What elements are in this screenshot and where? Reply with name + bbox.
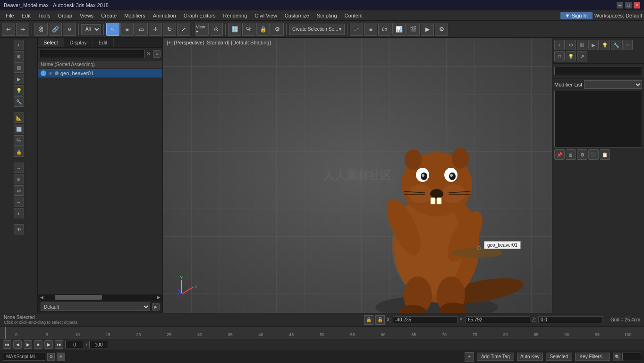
modify-panel-button[interactable]: ⚙ [14,51,24,61]
rotate-button[interactable]: ↻ [163,23,176,36]
menu-civil-view[interactable]: Civil View [251,12,280,19]
menu-content[interactable]: Content [341,12,367,19]
unlink-button[interactable]: 🔗 [49,23,62,36]
right-search-input[interactable] [554,67,642,75]
maximize-button[interactable]: □ [625,2,632,9]
utilities-panel-button[interactable]: 🔧 [14,96,24,107]
snap-options-button[interactable]: ⚙ [271,23,284,36]
scale-button[interactable]: ⤢ [177,23,190,36]
bind-space-warp-button[interactable]: ⚙ [63,23,76,36]
angle-snap-toggle[interactable]: 🔢 [14,124,24,134]
next-frame-button[interactable]: ▶ [44,340,53,349]
search-clear-button[interactable]: ✕ [146,51,151,57]
rp-sphere-button[interactable]: ○ [622,40,633,50]
scene-tab-display[interactable]: Display [64,38,93,47]
redo-button[interactable]: ↪ [16,23,29,36]
create-panel-button[interactable]: + [14,40,24,50]
go-to-end-button[interactable]: ⏭ [55,340,63,349]
stop-button[interactable]: ■ [34,340,42,349]
maxscript-label[interactable]: MAXScript Mi... [3,353,45,361]
menu-create[interactable]: Create [97,12,120,19]
select-link-button[interactable]: → [14,163,24,173]
viewport[interactable]: [+] [Perspective] [Standard] [Default Sh… [163,38,552,313]
scene-layer-dropdown[interactable]: Default [41,302,150,311]
hierarchy-panel-button[interactable]: ⛓ [14,62,24,73]
angle-snap-button[interactable]: 🔢 [228,23,241,36]
y-coord-field[interactable] [466,316,530,323]
copy-stack-button[interactable]: 📋 [600,149,610,160]
percent-snap-button[interactable]: % [242,23,255,36]
rp-light-button[interactable]: 💡 [566,51,576,61]
delete-modifier-button[interactable]: 🗑 [566,149,576,160]
scene-tab-select[interactable]: Select [38,38,64,47]
menu-tools[interactable]: Tools [34,12,54,19]
reference-coord-dropdown[interactable]: View ▾ [195,23,209,36]
align-button[interactable]: ≡ [364,23,377,36]
create-selection-button[interactable]: Create Selection Se... ▾ [289,24,345,35]
prev-frame-button[interactable]: ◀ [13,340,22,349]
render-button[interactable]: ▶ [421,23,434,36]
rp-create-button[interactable]: + [554,40,565,50]
undo-button[interactable]: ↩ [2,23,15,36]
playback-controls-button[interactable]: ⚙ [47,353,55,361]
menu-scripting[interactable]: Scripting [313,12,341,19]
scale-snap-toggle[interactable]: % [14,135,24,146]
rectangular-selection-button[interactable]: ▭ [135,23,148,36]
modifier-list-dropdown[interactable] [584,80,642,89]
rp-utilities-button[interactable]: 🔧 [611,40,621,50]
scene-search-input[interactable] [40,50,144,58]
menu-views[interactable]: Views [76,12,97,19]
scene-scrollbar[interactable]: ◀ ▶ [38,294,162,300]
zoom-in-button[interactable]: 🔍 [613,353,621,361]
mirror-sel-button[interactable]: ⇌ [14,185,24,196]
play-button[interactable]: ▶ [24,340,32,349]
z-coord-field[interactable] [538,316,603,323]
make-unique-button[interactable]: ⬛ [588,149,599,160]
rp-arrow-button[interactable]: ↗ [577,51,587,61]
select-object-button[interactable]: ↖ [106,23,119,36]
spinner-snap-button[interactable]: 🔒 [256,23,270,36]
minimize-button[interactable]: ─ [617,2,623,9]
snap-toggle-button[interactable]: 📐 [14,112,24,123]
coord-unlock-button[interactable]: 🔓 [375,315,385,325]
select-by-name-button[interactable]: ≡ [120,23,134,36]
coord-lock-button[interactable]: 🔒 [364,315,373,325]
toggle-eye-button[interactable]: 👁 [14,224,24,234]
scroll-left-button[interactable]: ◀ [38,295,45,300]
viewport-canvas[interactable]: 人人素材社区 [163,38,552,313]
mirror-button[interactable]: ⇌ [350,23,363,36]
link-button[interactable]: ⛓ [34,23,48,36]
rp-modify-button[interactable]: ⚙ [566,40,576,50]
time-config-button[interactable]: + [57,353,65,361]
timeline-track[interactable]: 0 5 10 15 20 25 30 35 40 45 50 55 60 65 … [0,327,644,339]
pin-stack-button[interactable]: 📌 [554,149,565,160]
move-button[interactable]: ✛ [149,23,162,36]
timeline-playhead[interactable] [5,327,6,339]
rp-hierarchy-button[interactable]: ⛓ [577,40,587,50]
rp-motion-button[interactable]: ▶ [588,40,599,50]
graph-editors-button[interactable]: 📊 [392,23,406,36]
settings-button[interactable]: ⚙ [435,23,448,36]
scene-sort-header[interactable]: Name (Sorted Ascending) [38,60,162,69]
key-filters-button[interactable]: Key Filters... [575,353,610,361]
add-time-icon[interactable]: + [465,352,474,362]
menu-customize[interactable]: Customize [281,12,313,19]
auto-key-button[interactable]: Auto Key [517,353,543,361]
current-frame-input[interactable] [65,341,84,348]
add-time-tag-button[interactable]: Add Time Tag [477,353,514,361]
menu-rendering[interactable]: Rendering [220,12,251,19]
spinner-snap-toggle[interactable]: 🔒 [14,147,24,157]
scene-tab-edit[interactable]: Edit [93,38,114,47]
scene-options-button[interactable]: ⚙ [153,50,161,58]
scene-footer-arrow[interactable]: ▶ [152,303,160,311]
menu-modifiers[interactable]: Modifiers [120,12,149,19]
x-coord-field[interactable] [393,316,458,323]
use-pivot-center[interactable]: ⊙ [210,23,223,36]
close-button[interactable]: ✕ [634,2,640,9]
zoom-input[interactable] [622,353,641,361]
go-to-start-button[interactable]: ⏮ [3,340,11,349]
align-sel-button[interactable]: ≡ [14,174,24,184]
scroll-right-button[interactable]: ▶ [155,295,162,300]
motion-panel-button[interactable]: ▶ [14,74,24,84]
menu-group[interactable]: Group [54,12,76,19]
